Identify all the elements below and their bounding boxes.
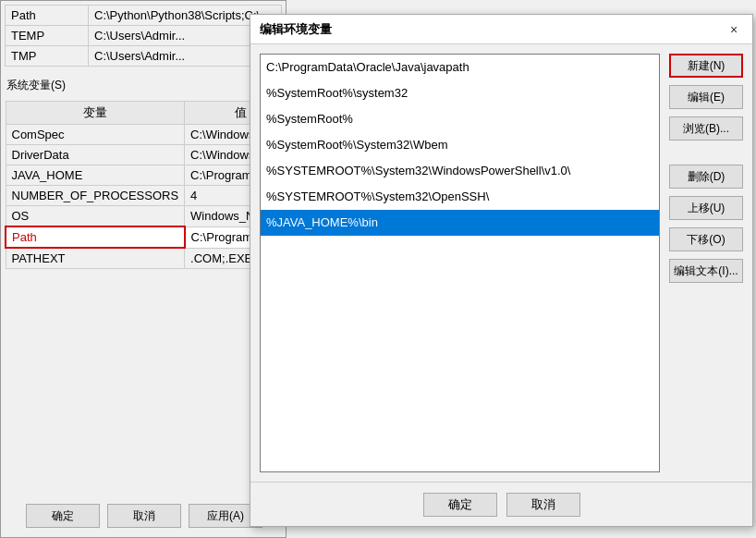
sys-var-cell: OS (6, 206, 185, 227)
dialog-action-btn-0[interactable]: 新建(N) (669, 54, 743, 78)
system-vars-table-area: 变量 值 ComSpecC:\Windows\sy...DriverDataC:… (1, 97, 286, 273)
sys-var-cell: ComSpec (6, 125, 185, 145)
dialog-close-button[interactable]: × (725, 20, 743, 39)
path-list-item[interactable]: %SYSTEMROOT%\System32\WindowsPowerShell\… (261, 158, 659, 184)
top-table-row: TEMPC:\Users\Admir... (6, 26, 282, 46)
dialog-content: C:\ProgramData\Oracle\Java\javapath%Syst… (250, 44, 752, 482)
btn-spacer (669, 148, 743, 157)
dialog-title: 编辑环境变量 (260, 21, 332, 38)
bg-cancel-button[interactable]: 取消 (107, 504, 181, 528)
dialog-action-btn-1[interactable]: 编辑(E) (669, 85, 743, 109)
edit-env-dialog: 编辑环境变量 × C:\ProgramData\Oracle\Java\java… (250, 14, 753, 527)
dialog-action-btn-4[interactable]: 上移(U) (669, 196, 743, 220)
top-var-cell: TEMP (6, 26, 89, 46)
top-env-table: PathC:\Python\Python38\Scripts;C:\Python… (5, 5, 282, 67)
dialog-cancel-button[interactable]: 取消 (506, 493, 580, 517)
dialog-titlebar: 编辑环境变量 × (250, 15, 752, 44)
path-list-item[interactable]: %SystemRoot%\System32\Wbem (261, 132, 659, 158)
path-list[interactable]: C:\ProgramData\Oracle\Java\javapath%Syst… (260, 54, 660, 472)
sys-var-cell: Path (6, 226, 185, 248)
path-list-item[interactable]: C:\ProgramData\Oracle\Java\javapath (261, 55, 659, 80)
top-var-cell: TMP (6, 46, 89, 67)
sys-var-cell: NUMBER_OF_PROCESSORS (6, 186, 185, 206)
dialog-action-btn-2[interactable]: 浏览(B)... (669, 116, 743, 141)
path-list-item[interactable]: %SystemRoot% (261, 106, 659, 132)
bg-ok-button[interactable]: 确定 (26, 504, 100, 528)
col-header-var: 变量 (6, 102, 185, 125)
path-list-item[interactable]: %JAVA_HOME%\bin (261, 210, 659, 236)
system-vars-label: 系统变量(S) (1, 70, 286, 97)
bg-footer-buttons: 确定 取消 应用(A) (1, 504, 287, 528)
dialog-action-buttons: 新建(N)编辑(E)浏览(B)...删除(D)上移(U)下移(O)编辑文本(I)… (669, 54, 743, 472)
dialog-action-btn-6[interactable]: 编辑文本(I)... (669, 259, 743, 283)
dialog-footer: 确定 取消 (250, 482, 752, 526)
top-table-row: PathC:\Python\Python38\Scripts;C:\Python… (6, 6, 282, 26)
top-var-cell: Path (6, 6, 89, 26)
background-window: PathC:\Python\Python38\Scripts;C:\Python… (0, 0, 287, 538)
top-env-table-area: PathC:\Python\Python38\Scripts;C:\Python… (1, 1, 286, 70)
top-table-row: TMPC:\Users\Admir... (6, 46, 282, 67)
dialog-action-btn-3[interactable]: 删除(D) (669, 165, 743, 189)
sys-var-cell: DriverData (6, 145, 185, 165)
sys-var-cell: JAVA_HOME (6, 165, 185, 186)
dialog-ok-button[interactable]: 确定 (423, 493, 497, 517)
path-list-item[interactable]: %SYSTEMROOT%\System32\OpenSSH\ (261, 184, 659, 210)
dialog-action-btn-5[interactable]: 下移(O) (669, 227, 743, 251)
path-list-item[interactable]: %SystemRoot%\system32 (261, 80, 659, 106)
sys-var-cell: PATHEXT (6, 248, 185, 269)
